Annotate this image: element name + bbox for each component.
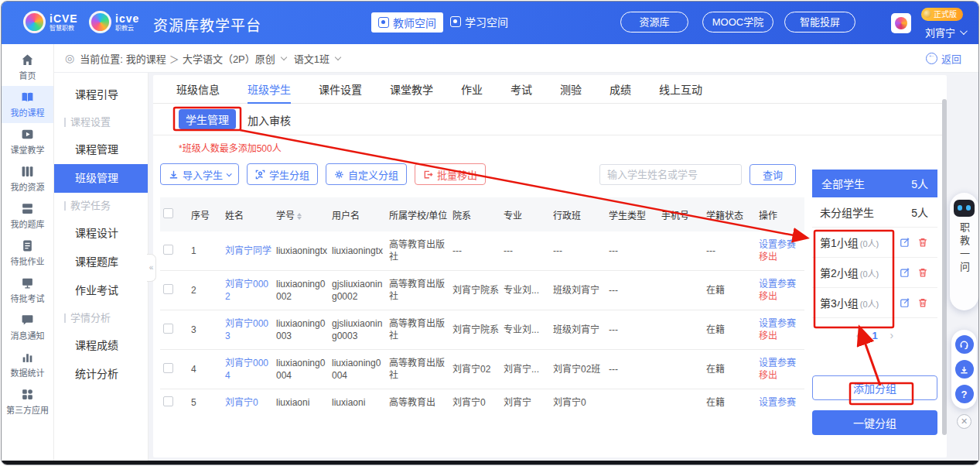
row-checkbox[interactable] bbox=[163, 396, 173, 406]
submenu-statistical-analysis[interactable]: 统计分析 bbox=[54, 360, 148, 389]
edit-icon[interactable] bbox=[900, 237, 910, 248]
add-group-button[interactable]: 添加分组 bbox=[812, 375, 937, 400]
ungrouped-students-row[interactable]: 未分组学生 5人 bbox=[812, 197, 937, 228]
learning-space-link[interactable]: 学习空间 bbox=[450, 14, 508, 29]
download-center-button[interactable] bbox=[955, 360, 974, 379]
set-contest-link[interactable]: 设置参赛 bbox=[759, 239, 796, 250]
submenu-course-guide[interactable]: 课程引导 bbox=[54, 81, 148, 109]
row-checkbox[interactable] bbox=[163, 284, 173, 294]
student-search-input[interactable] bbox=[599, 164, 742, 185]
one-click-group-button[interactable]: 一键分组 bbox=[812, 410, 937, 435]
student-management-subtab[interactable]: 学生管理 bbox=[179, 109, 236, 129]
remove-link[interactable]: 移出 bbox=[759, 331, 777, 341]
submenu-homework-exam[interactable]: 作业考试 bbox=[54, 276, 148, 305]
page-number[interactable]: 1 bbox=[872, 330, 877, 341]
breadcrumb-class[interactable]: 语文1班 bbox=[294, 51, 330, 66]
remove-link[interactable]: 移出 bbox=[759, 252, 777, 262]
tab-online-interaction[interactable]: 线上互动 bbox=[659, 78, 702, 104]
submenu-course-management[interactable]: 课程管理 bbox=[54, 135, 148, 164]
row-checkbox[interactable] bbox=[163, 363, 173, 373]
tab-homework[interactable]: 作业 bbox=[461, 78, 483, 104]
sidebar-item-third-party-apps[interactable]: 第三方应用 bbox=[2, 383, 53, 420]
assistant-widget[interactable]: 职教一问 bbox=[950, 193, 978, 310]
query-button[interactable]: 查询 bbox=[750, 164, 796, 185]
chevron-down-icon bbox=[960, 27, 968, 35]
all-students-row[interactable]: 全部学生 5人 bbox=[812, 170, 937, 197]
tab-quiz[interactable]: 测验 bbox=[560, 78, 582, 104]
set-contest-link[interactable]: 设置参赛 bbox=[759, 397, 796, 408]
sort-icon[interactable] bbox=[297, 213, 302, 220]
tab-class-info[interactable]: 班级信息 bbox=[176, 78, 220, 104]
sidebar-collapse-handle[interactable]: « bbox=[147, 254, 156, 282]
trash-icon[interactable] bbox=[917, 267, 928, 278]
set-contest-link[interactable]: 设置参赛 bbox=[759, 279, 796, 290]
student-name-link[interactable]: 刘宵宁0 bbox=[225, 396, 273, 409]
remove-link[interactable]: 移出 bbox=[759, 291, 777, 302]
sidebar-item-classroom-teaching[interactable]: 课堂教学 bbox=[2, 123, 53, 160]
student-name-link[interactable]: 刘宵宁0002 bbox=[225, 278, 273, 303]
group-row[interactable]: 第1小组(0人) bbox=[812, 228, 937, 258]
submenu-course-scores[interactable]: 课程成绩 bbox=[54, 331, 148, 360]
user-avatar[interactable] bbox=[891, 13, 911, 33]
student-name-link[interactable]: 刘宵宁0004 bbox=[225, 357, 273, 382]
student-grouping-button[interactable]: 学生分组 bbox=[247, 163, 318, 185]
dock-close-button[interactable]: ✕ bbox=[957, 414, 971, 429]
back-link[interactable]: 返回 bbox=[926, 51, 961, 66]
sidebar-item-pending-exams[interactable]: 待批考试 bbox=[2, 272, 53, 309]
customer-service-button[interactable] bbox=[955, 335, 974, 354]
sidebar-item-home[interactable]: 首页 bbox=[2, 49, 53, 86]
submenu-class-management[interactable]: 班级管理 bbox=[54, 164, 148, 193]
submenu-group-learning-analysis: 学情分析 bbox=[54, 305, 148, 331]
edit-icon[interactable] bbox=[900, 297, 910, 308]
tab-exam[interactable]: 考试 bbox=[510, 78, 532, 104]
sidebar-item-my-courses[interactable]: 我的课程 bbox=[2, 86, 53, 123]
group-row[interactable]: 第2小组(0人) bbox=[812, 258, 937, 288]
groups-pagination: ‹ 1 › bbox=[812, 329, 937, 341]
student-name-link[interactable]: 刘宵宁同学 bbox=[225, 245, 273, 257]
sidebar-item-data-statistics[interactable]: 数据统计 bbox=[2, 346, 53, 383]
sidebar-item-my-resources[interactable]: 我的资源 bbox=[2, 160, 53, 197]
tab-courseware-settings[interactable]: 课件设置 bbox=[319, 78, 362, 104]
col-department: 院系 bbox=[452, 205, 500, 224]
chevron-down-icon[interactable] bbox=[281, 54, 287, 60]
custom-grouping-button[interactable]: 自定义分组 bbox=[326, 163, 407, 185]
mooc-college-button[interactable]: MOOC学院 bbox=[702, 12, 773, 33]
group-row[interactable]: 第3小组(0人) bbox=[812, 288, 937, 318]
student-name-link[interactable]: 刘宵宁0003 bbox=[225, 317, 273, 342]
sidebar-item-notifications[interactable]: 消息通知 bbox=[2, 309, 53, 346]
edit-icon[interactable] bbox=[900, 267, 910, 278]
sidebar-item-pending-homework[interactable]: 待批作业 bbox=[2, 235, 53, 272]
exam-icon bbox=[21, 276, 34, 290]
tab-scores[interactable]: 成绩 bbox=[610, 78, 631, 104]
student-toolbar: 导入学生 学生分组 自定义分组 批量移出 bbox=[160, 163, 486, 185]
help-button[interactable]: ? bbox=[955, 385, 974, 403]
sidebar-item-my-question-bank[interactable]: 我的题库 bbox=[2, 197, 53, 235]
submenu-course-question-bank[interactable]: 课程题库 bbox=[54, 248, 148, 276]
teacher-space-button[interactable]: 教师空间 bbox=[371, 12, 443, 33]
chevron-down-icon[interactable] bbox=[335, 54, 341, 60]
page-prev-button[interactable]: ‹ bbox=[856, 329, 860, 341]
avatar-logo-icon bbox=[895, 17, 907, 29]
join-audit-subtab[interactable]: 加入审核 bbox=[248, 112, 291, 128]
trash-icon[interactable] bbox=[917, 237, 928, 248]
tab-classroom-teaching[interactable]: 课堂教学 bbox=[390, 78, 433, 104]
row-checkbox[interactable] bbox=[163, 324, 173, 334]
batch-remove-button[interactable]: 批量移出 bbox=[415, 163, 486, 185]
trash-icon[interactable] bbox=[917, 297, 928, 308]
breadcrumb-my-courses[interactable]: 我的课程 bbox=[126, 51, 166, 66]
remove-link[interactable]: 移出 bbox=[759, 370, 777, 381]
select-all-checkbox[interactable] bbox=[163, 208, 173, 218]
breadcrumb-course[interactable]: 大学语文（2P）原创 bbox=[183, 51, 275, 66]
vertical-scrollbar[interactable] bbox=[942, 99, 947, 435]
group-count: (0人) bbox=[860, 239, 879, 248]
page-next-button[interactable]: › bbox=[890, 329, 894, 341]
submenu-course-design[interactable]: 课程设计 bbox=[54, 219, 148, 248]
row-checkbox[interactable] bbox=[163, 245, 173, 255]
import-students-button[interactable]: 导入学生 bbox=[160, 163, 239, 185]
tab-class-students[interactable]: 班级学生 bbox=[248, 78, 291, 104]
smart-cast-button[interactable]: 智能投屏 bbox=[784, 12, 855, 33]
user-menu[interactable]: 刘宵宁 bbox=[925, 25, 965, 39]
set-contest-link[interactable]: 设置参赛 bbox=[759, 358, 796, 368]
resource-library-button[interactable]: 资源库 bbox=[620, 12, 688, 33]
set-contest-link[interactable]: 设置参赛 bbox=[759, 318, 796, 329]
